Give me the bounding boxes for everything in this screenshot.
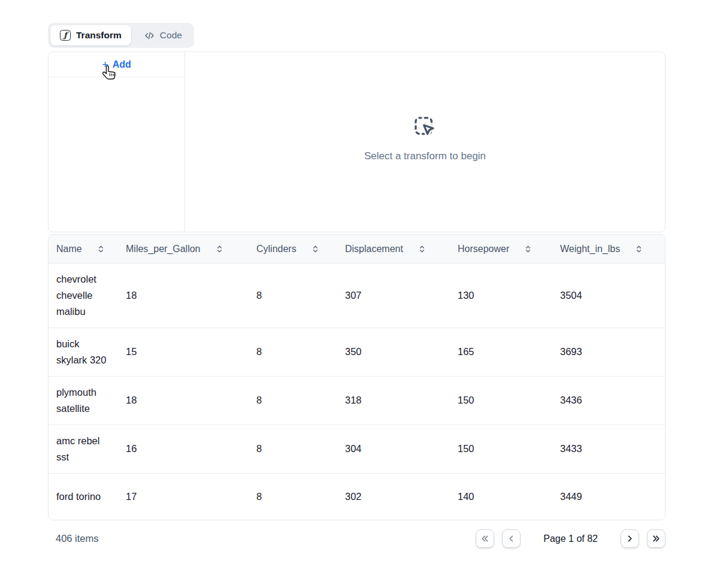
items-count: 406 items [56,533,99,544]
first-page-button[interactable] [476,529,494,548]
table-row: plymouth satellite1883181503436 [49,376,666,425]
sort-icon[interactable] [311,244,320,254]
tab-code[interactable]: Code [135,25,192,46]
table-cell: ford torino [49,473,118,520]
table-row: ford torino1783021403449 [49,473,666,520]
function-icon: ƒ [60,30,71,41]
prev-page-button[interactable] [502,529,521,548]
table-cell: 3693 [552,328,666,376]
column-label: Miles_per_Gallon [126,244,201,254]
column-header-displacement[interactable]: Displacement [337,235,450,263]
add-transform-button[interactable]: + Add [98,59,135,71]
sort-icon[interactable] [215,244,224,254]
square-dashed-mouse-pointer-icon [412,114,437,140]
table-row: chevrolet chevelle malibu1883071303504 [49,263,666,328]
table-cell: 318 [337,376,450,425]
table-cell: buick skylark 320 [49,328,118,376]
column-header-cylinders[interactable]: Cylinders [249,235,337,263]
transform-list-header: + Add [49,52,184,77]
column-label: Weight_in_lbs [560,244,620,254]
table-cell: 16 [118,425,249,473]
tab-code-label: Code [160,30,182,41]
column-label: Cylinders [256,244,297,254]
column-label: Horsepower [458,244,509,254]
table-cell: 3504 [552,263,666,328]
table-row: buick skylark 3201583501653693 [49,328,666,376]
table-cell: 140 [450,473,552,520]
table-cell: 165 [450,328,552,376]
chevron-left-icon [507,534,516,543]
empty-state: Select a transform to begin [364,114,486,162]
view-mode-tabs: ƒ Transform Code [48,23,194,48]
table-cell: 130 [450,263,552,328]
table-cell: 350 [337,328,450,376]
table-cell: 17 [118,473,249,520]
transform-builder-panel: + Add Select a transform to begin [48,51,666,232]
sort-icon[interactable] [96,244,105,254]
table-header-row: NameMiles_per_GallonCylindersDisplacemen… [49,235,666,263]
column-header-name[interactable]: Name [49,235,118,263]
table-cell: 150 [450,425,552,473]
sort-icon[interactable] [524,244,533,254]
table-cell: 307 [337,263,450,328]
table-cell: 304 [337,425,450,473]
tab-transform[interactable]: ƒ Transform [50,25,131,46]
transform-detail-panel: Select a transform to begin [185,52,665,232]
pagination: Page 1 of 82 [476,529,666,548]
add-button-label: Add [113,59,131,70]
table-cell: 3433 [552,425,666,473]
transform-list-panel: + Add [49,52,185,232]
table-cell: chevrolet chevelle malibu [49,263,118,328]
tab-transform-label: Transform [76,30,122,41]
plus-icon: + [102,59,108,70]
table-footer: 406 items Page 1 of 82 [48,528,666,550]
table-cell: 18 [118,263,249,328]
chevron-right-icon [625,534,634,543]
chevrons-right-icon [652,534,661,543]
next-page-button[interactable] [621,529,639,548]
data-table: NameMiles_per_GallonCylindersDisplacemen… [49,235,666,520]
data-table-panel: NameMiles_per_GallonCylindersDisplacemen… [48,234,666,520]
sort-icon[interactable] [418,244,426,254]
table-cell: 8 [249,328,337,376]
table-cell: 18 [118,376,249,425]
column-label: Displacement [345,244,403,254]
table-cell: 8 [249,376,337,425]
empty-state-message: Select a transform to begin [364,150,486,162]
sort-icon[interactable] [634,244,643,254]
column-header-horsepower[interactable]: Horsepower [450,235,552,263]
page-indicator: Page 1 of 82 [543,534,598,544]
last-page-button[interactable] [647,529,666,548]
table-cell: plymouth satellite [49,376,118,425]
table-cell: 3449 [552,473,666,520]
table-cell: 302 [337,473,450,520]
transform-page: ƒ Transform Code + Add [48,23,666,550]
table-cell: 8 [249,473,337,520]
column-header-miles_per_gallon[interactable]: Miles_per_Gallon [118,235,249,263]
table-cell: 8 [249,425,337,473]
table-cell: 150 [450,376,552,425]
chevrons-left-icon [480,534,489,543]
column-label: Name [56,244,82,254]
table-cell: 8 [249,263,337,328]
table-cell: 3436 [552,376,666,425]
code-icon [144,31,155,41]
table-cell: amc rebel sst [49,425,118,473]
column-header-weight_in_lbs[interactable]: Weight_in_lbs [552,235,666,263]
table-cell: 15 [118,328,249,376]
table-row: amc rebel sst1683041503433 [49,425,666,473]
